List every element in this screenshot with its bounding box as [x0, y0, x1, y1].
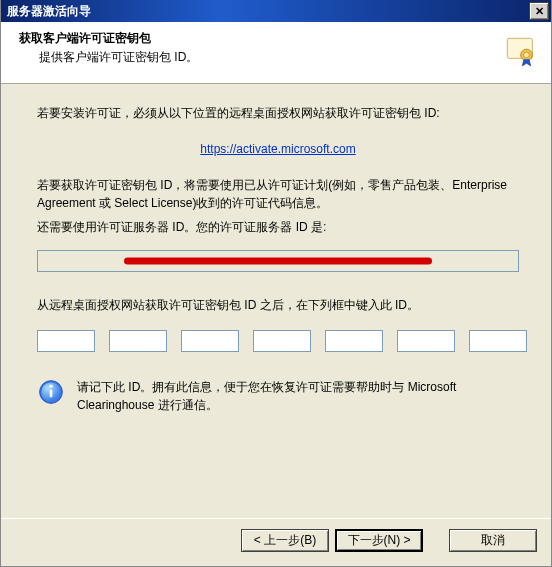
svg-rect-5	[50, 389, 53, 397]
titlebar: 服务器激活向导 ✕	[1, 0, 551, 22]
instruction-text-3: 还需要使用许可证服务器 ID。您的许可证服务器 ID 是:	[37, 218, 519, 236]
wizard-footer: < 上一步(B) 下一步(N) > 取消	[1, 518, 551, 566]
key-input-row	[37, 330, 519, 352]
key-part-7[interactable]	[469, 330, 527, 352]
back-button[interactable]: < 上一步(B)	[241, 529, 329, 552]
key-part-5[interactable]	[325, 330, 383, 352]
info-icon	[37, 378, 65, 409]
key-part-6[interactable]	[397, 330, 455, 352]
key-part-4[interactable]	[253, 330, 311, 352]
svg-point-2	[524, 52, 530, 58]
info-row: 请记下此 ID。拥有此信息，便于您在恢复许可证需要帮助时与 Microsoft …	[37, 378, 519, 414]
key-part-2[interactable]	[109, 330, 167, 352]
wizard-body: 若要安装许可证，必须从以下位置的远程桌面授权网站获取许可证密钥包 ID: htt…	[1, 84, 551, 518]
info-text: 请记下此 ID。拥有此信息，便于您在恢复许可证需要帮助时与 Microsoft …	[77, 378, 519, 414]
window-title: 服务器激活向导	[7, 3, 91, 20]
wizard-header: 获取客户端许可证密钥包 提供客户端许可证密钥包 ID。	[1, 22, 551, 84]
next-button[interactable]: 下一步(N) >	[335, 529, 423, 552]
activation-link[interactable]: https://activate.microsoft.com	[37, 142, 519, 156]
key-part-1[interactable]	[37, 330, 95, 352]
certificate-icon	[499, 30, 539, 73]
close-button[interactable]: ✕	[529, 2, 549, 20]
cancel-button[interactable]: 取消	[449, 529, 537, 552]
instruction-text-4: 从远程桌面授权网站获取许可证密钥包 ID 之后，在下列框中键入此 ID。	[37, 296, 519, 314]
key-part-3[interactable]	[181, 330, 239, 352]
instruction-text-1: 若要安装许可证，必须从以下位置的远程桌面授权网站获取许可证密钥包 ID:	[37, 104, 519, 122]
wizard-header-text: 获取客户端许可证密钥包 提供客户端许可证密钥包 ID。	[19, 30, 198, 66]
svg-point-6	[49, 385, 53, 389]
wizard-window: 服务器激活向导 ✕ 获取客户端许可证密钥包 提供客户端许可证密钥包 ID。 若要…	[0, 0, 552, 567]
close-icon: ✕	[535, 5, 544, 18]
instruction-text-2: 若要获取许可证密钥包 ID，将需要使用已从许可证计划(例如，零售产品包装、Ent…	[37, 176, 519, 212]
header-subtitle: 提供客户端许可证密钥包 ID。	[39, 49, 198, 66]
header-title: 获取客户端许可证密钥包	[19, 30, 198, 47]
server-id-field	[37, 250, 519, 272]
server-id-input[interactable]	[37, 250, 519, 272]
